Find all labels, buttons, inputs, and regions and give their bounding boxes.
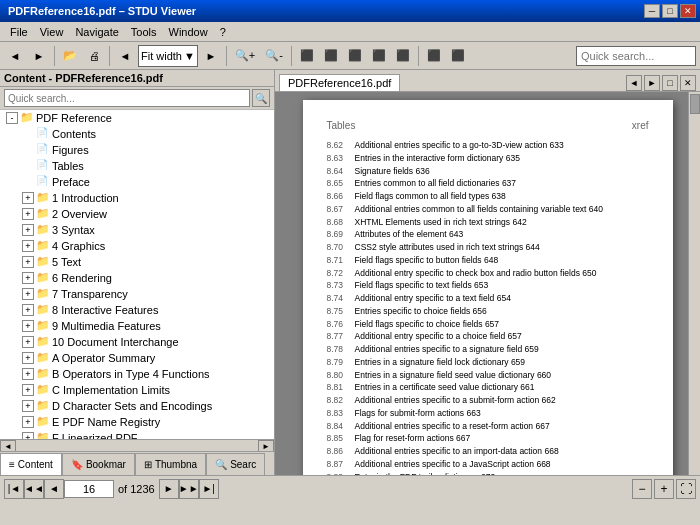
pdf-tab-controls: ◄ ► □ ✕ bbox=[626, 75, 696, 91]
tree-item-contents[interactable]: 📄 Contents bbox=[0, 126, 274, 142]
entry-text: Entries in a certificate seed value dict… bbox=[355, 381, 649, 394]
vertical-scrollbar[interactable] bbox=[688, 92, 700, 475]
tree-expand-icon[interactable]: + bbox=[22, 224, 34, 236]
table-row: 8.71Field flags specific to button field… bbox=[327, 254, 649, 267]
window-controls[interactable]: ─ □ ✕ bbox=[644, 4, 696, 18]
tab-thumbnails[interactable]: ⊞ Thumbna bbox=[135, 453, 206, 475]
pdf-tab-label: PDFReference16.pdf bbox=[288, 77, 391, 89]
menu-help[interactable]: ? bbox=[214, 24, 232, 40]
tree-expand-icon[interactable]: + bbox=[22, 336, 34, 348]
nav-next-btn[interactable]: ► bbox=[159, 479, 179, 499]
toolbar-zoom-next-btn[interactable]: ► bbox=[200, 45, 222, 67]
toolbar-zoom-out-btn[interactable]: 🔍- bbox=[261, 45, 287, 67]
toolbar-nav-btn1[interactable]: ⬛ bbox=[296, 45, 318, 67]
menu-view[interactable]: View bbox=[34, 24, 70, 40]
pdf-nav-right-btn[interactable]: ► bbox=[644, 75, 660, 91]
tree-item-ch5[interactable]: + 📁 5 Text bbox=[0, 254, 274, 270]
page-number-input[interactable] bbox=[64, 480, 114, 498]
tree-item-ch8[interactable]: + 📁 8 Interactive Features bbox=[0, 302, 274, 318]
pdf-document-tab[interactable]: PDFReference16.pdf bbox=[279, 74, 400, 91]
tree-leaf-icon bbox=[22, 176, 34, 188]
toolbar-nav-btn4[interactable]: ⬛ bbox=[368, 45, 390, 67]
panel-search-button[interactable]: 🔍 bbox=[252, 89, 270, 107]
close-button[interactable]: ✕ bbox=[680, 4, 696, 18]
tree-expand-icon[interactable]: + bbox=[22, 272, 34, 284]
toolbar-nav-btn2[interactable]: ⬛ bbox=[320, 45, 342, 67]
zoom-in-status-btn[interactable]: + bbox=[654, 479, 674, 499]
entry-number: 8.81 bbox=[327, 381, 355, 394]
nav-prev-btn[interactable]: ◄ bbox=[44, 479, 64, 499]
nav-next-next-btn[interactable]: ►► bbox=[179, 479, 199, 499]
menu-bar: File View Navigate Tools Window ? bbox=[0, 22, 700, 42]
tree-item-ch3[interactable]: + 📁 3 Syntax bbox=[0, 222, 274, 238]
tree-item-preface[interactable]: 📄 Preface bbox=[0, 174, 274, 190]
tab-bookmarks[interactable]: 🔖 Bookmar bbox=[62, 453, 135, 475]
maximize-button[interactable]: □ bbox=[662, 4, 678, 18]
tab-content[interactable]: ≡ Content bbox=[0, 453, 62, 475]
tree-expand-icon[interactable]: + bbox=[22, 416, 34, 428]
nav-first-btn[interactable]: |◄ bbox=[4, 479, 24, 499]
tree-expand-icon[interactable]: + bbox=[22, 240, 34, 252]
menu-file[interactable]: File bbox=[4, 24, 34, 40]
tree-expand-icon[interactable]: + bbox=[22, 352, 34, 364]
tree-item-ch2[interactable]: + 📁 2 Overview bbox=[0, 206, 274, 222]
folder-icon: 📁 bbox=[36, 239, 50, 253]
horizontal-scrollbar[interactable]: ◄ ► bbox=[0, 439, 274, 451]
pdf-maximize-btn[interactable]: □ bbox=[662, 75, 678, 91]
toolbar-print-btn[interactable]: 🖨 bbox=[83, 45, 105, 67]
entry-number: 8.73 bbox=[327, 279, 355, 292]
toolbar-zoom-in-btn[interactable]: 🔍+ bbox=[231, 45, 259, 67]
nav-last-btn[interactable]: ►| bbox=[199, 479, 219, 499]
menu-navigate[interactable]: Navigate bbox=[69, 24, 124, 40]
tree-item-ch1[interactable]: + 📁 1 Introduction bbox=[0, 190, 274, 206]
tree-item-appD[interactable]: + 📁 D Character Sets and Encodings bbox=[0, 398, 274, 414]
pdf-close-btn[interactable]: ✕ bbox=[680, 75, 696, 91]
fullscreen-btn[interactable]: ⛶ bbox=[676, 479, 696, 499]
tree-item-appB[interactable]: + 📁 B Operators in Type 4 Functions bbox=[0, 366, 274, 382]
toolbar-open-btn[interactable]: 📂 bbox=[59, 45, 81, 67]
fit-width-dropdown[interactable]: Fit width ▼ bbox=[138, 45, 198, 67]
toolbar-zoom-prev-btn[interactable]: ◄ bbox=[114, 45, 136, 67]
tree-expand-icon[interactable]: + bbox=[22, 320, 34, 332]
tree-item-figures[interactable]: 📄 Figures bbox=[0, 142, 274, 158]
tree-item-appC[interactable]: + 📁 C Implementation Limits bbox=[0, 382, 274, 398]
tree-expand-icon[interactable]: + bbox=[22, 304, 34, 316]
tree-item-appE[interactable]: + 📁 E PDF Name Registry bbox=[0, 414, 274, 430]
tree-expand-icon[interactable]: + bbox=[22, 432, 34, 439]
tree-expand-icon[interactable]: + bbox=[22, 288, 34, 300]
tree-label: Tables bbox=[52, 160, 84, 172]
tree-expand-icon[interactable]: - bbox=[6, 112, 18, 124]
menu-tools[interactable]: Tools bbox=[125, 24, 163, 40]
toolbar-extra-btn1[interactable]: ⬛ bbox=[423, 45, 445, 67]
tree-expand-icon[interactable]: + bbox=[22, 400, 34, 412]
tree-expand-icon[interactable]: + bbox=[22, 256, 34, 268]
pdf-nav-left-btn[interactable]: ◄ bbox=[626, 75, 642, 91]
entry-text: Entries in a signature field lock dictio… bbox=[355, 356, 649, 369]
tree-item-ch6[interactable]: + 📁 6 Rendering bbox=[0, 270, 274, 286]
scrollbar-thumb[interactable] bbox=[690, 94, 700, 114]
nav-prev-prev-btn[interactable]: ◄◄ bbox=[24, 479, 44, 499]
tree-item-ch10[interactable]: + 📁 10 Document Interchange bbox=[0, 334, 274, 350]
toolbar-nav-btn3[interactable]: ⬛ bbox=[344, 45, 366, 67]
tab-search[interactable]: 🔍 Searc bbox=[206, 453, 265, 475]
panel-search-input[interactable] bbox=[4, 89, 250, 107]
tree-item-pdf-reference[interactable]: - 📁 PDF Reference bbox=[0, 110, 274, 126]
tree-item-tables[interactable]: 📄 Tables bbox=[0, 158, 274, 174]
toolbar-search-input[interactable] bbox=[576, 46, 696, 66]
tree-expand-icon[interactable]: + bbox=[22, 208, 34, 220]
toolbar-forward-btn[interactable]: ► bbox=[28, 45, 50, 67]
tree-item-appF[interactable]: + 📁 F Linearized PDF bbox=[0, 430, 274, 439]
tree-item-ch4[interactable]: + 📁 4 Graphics bbox=[0, 238, 274, 254]
tree-item-ch7[interactable]: + 📁 7 Transparency bbox=[0, 286, 274, 302]
menu-window[interactable]: Window bbox=[163, 24, 214, 40]
tree-expand-icon[interactable]: + bbox=[22, 384, 34, 396]
zoom-out-status-btn[interactable]: − bbox=[632, 479, 652, 499]
toolbar-extra-btn2[interactable]: ⬛ bbox=[447, 45, 469, 67]
tree-expand-icon[interactable]: + bbox=[22, 192, 34, 204]
minimize-button[interactable]: ─ bbox=[644, 4, 660, 18]
tree-expand-icon[interactable]: + bbox=[22, 368, 34, 380]
tree-item-ch9[interactable]: + 📁 9 Multimedia Features bbox=[0, 318, 274, 334]
tree-item-appA[interactable]: + 📁 A Operator Summary bbox=[0, 350, 274, 366]
toolbar-back-btn[interactable]: ◄ bbox=[4, 45, 26, 67]
toolbar-nav-btn5[interactable]: ⬛ bbox=[392, 45, 414, 67]
